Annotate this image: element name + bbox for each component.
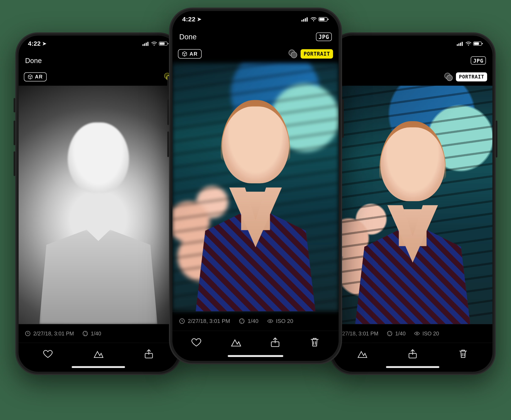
- metadata-row: 2/27/18, 3:01 PM 1/40 ISO 20: [333, 324, 493, 343]
- battery-icon: [319, 17, 329, 22]
- status-right: [457, 41, 483, 46]
- depth-toggle-icon[interactable]: [444, 72, 453, 82]
- meta-shutter: 1/40: [82, 330, 101, 337]
- photo-viewport[interactable]: [172, 63, 339, 311]
- tool-bar: AR: [19, 69, 178, 85]
- photo-subject: [196, 98, 315, 311]
- wifi-icon: [465, 41, 472, 46]
- meta-timestamp: 2/27/18, 3:01 PM: [179, 318, 230, 324]
- done-button[interactable]: Done: [179, 33, 196, 41]
- status-time: 4:22: [182, 16, 196, 23]
- location-icon: ➤: [197, 16, 202, 22]
- ar-label: AR: [35, 74, 43, 80]
- svg-point-20: [416, 333, 418, 334]
- meta-timestamp-value: 2/27/18, 3:01 PM: [338, 330, 378, 337]
- clock-icon: [179, 318, 185, 324]
- nav-bar: Done JPG: [172, 28, 339, 46]
- share-button[interactable]: [270, 337, 281, 348]
- phone-right: 4:22 Done JPG PORTRAIT: [330, 32, 496, 375]
- svg-point-15: [468, 45, 469, 46]
- home-indicator[interactable]: [72, 366, 125, 368]
- svg-rect-23: [303, 19, 304, 22]
- svg-rect-0: [143, 44, 144, 46]
- meta-timestamp: 2/27/18, 3:01 PM: [339, 330, 378, 337]
- photo-subject: [355, 119, 470, 324]
- eye-icon: [414, 330, 420, 337]
- status-right: [301, 17, 329, 22]
- favorite-button[interactable]: [42, 348, 53, 359]
- delete-button[interactable]: [309, 337, 320, 348]
- meta-shutter-value: 1/40: [395, 330, 406, 337]
- meta-timestamp-value: 2/27/18, 3:01 PM: [188, 318, 230, 324]
- depth-map-image: [19, 86, 178, 324]
- delete-button[interactable]: [458, 348, 468, 359]
- volume-up-button[interactable]: [167, 99, 169, 125]
- format-badge[interactable]: JPG: [471, 56, 486, 65]
- side-button[interactable]: [342, 99, 344, 138]
- svg-rect-29: [328, 19, 329, 20]
- nav-bar: Done JPG: [333, 52, 493, 69]
- adjust-button[interactable]: [93, 348, 104, 359]
- adjust-button[interactable]: [230, 337, 242, 348]
- adjust-button[interactable]: [357, 348, 368, 359]
- wifi-icon: [310, 17, 317, 22]
- nav-bar: Done JPG: [19, 52, 178, 69]
- notch: [379, 36, 446, 47]
- portrait-button[interactable]: PORTRAIT: [301, 49, 333, 59]
- svg-point-4: [154, 45, 155, 46]
- favorite-button[interactable]: [191, 337, 202, 348]
- notch: [220, 11, 291, 23]
- svg-rect-25: [307, 17, 308, 22]
- ar-button[interactable]: AR: [178, 49, 202, 59]
- volume-down-button[interactable]: [167, 131, 169, 157]
- share-button[interactable]: [407, 348, 418, 359]
- mute-switch[interactable]: [167, 76, 169, 91]
- svg-rect-2: [146, 43, 147, 46]
- status-right: [143, 41, 169, 46]
- cellular-icon: [143, 41, 150, 46]
- svg-rect-12: [458, 43, 459, 46]
- svg-rect-24: [305, 18, 306, 22]
- home-indicator[interactable]: [228, 355, 283, 357]
- done-button[interactable]: Done: [25, 56, 42, 65]
- svg-rect-1: [144, 43, 145, 46]
- meta-shutter: 1/40: [239, 318, 258, 324]
- meta-shutter-value: 1/40: [91, 330, 101, 337]
- cellular-icon: [301, 17, 308, 22]
- home-indicator[interactable]: [386, 366, 439, 368]
- photo-viewport[interactable]: [333, 86, 493, 324]
- format-badge[interactable]: JPG: [316, 33, 332, 41]
- metadata-row: 2/27/18, 3:01 PM 1/40 ISO 20: [172, 311, 339, 331]
- volume-down-button[interactable]: [14, 151, 15, 176]
- svg-point-32: [270, 320, 271, 322]
- meta-timestamp: 2/27/18, 3:01 PM: [25, 330, 74, 337]
- tool-bar: AR PORTRAIT: [172, 46, 339, 62]
- svg-rect-13: [460, 43, 461, 46]
- ar-cube-icon: [28, 74, 33, 80]
- aperture-icon: [82, 330, 88, 337]
- side-button[interactable]: [496, 120, 497, 158]
- tool-bar: PORTRAIT: [333, 69, 493, 85]
- meta-iso-value: ISO 20: [276, 318, 293, 324]
- portrait-button[interactable]: PORTRAIT: [456, 72, 487, 82]
- share-button[interactable]: [143, 348, 154, 359]
- phone-left: 4:22 ➤ Done JPG AR: [15, 32, 181, 375]
- meta-timestamp-value: 2/27/18, 3:01 PM: [33, 330, 74, 337]
- svg-rect-18: [482, 43, 483, 44]
- svg-point-26: [313, 20, 314, 21]
- svg-rect-7: [168, 43, 169, 44]
- volume-up-button[interactable]: [14, 120, 15, 145]
- photo-viewport[interactable]: [19, 86, 178, 324]
- meta-shutter: 1/40: [387, 330, 406, 337]
- ar-button[interactable]: AR: [24, 72, 46, 82]
- ar-label: AR: [189, 51, 198, 57]
- meta-iso-value: ISO 20: [422, 330, 439, 337]
- depth-toggle-icon[interactable]: [288, 49, 298, 59]
- svg-rect-17: [474, 43, 479, 45]
- svg-rect-28: [319, 18, 324, 21]
- mute-switch[interactable]: [14, 98, 15, 112]
- phone-middle: 4:22 ➤ Done JPG AR PORTRAIT: [169, 8, 342, 364]
- svg-rect-22: [301, 20, 302, 22]
- notch: [65, 36, 132, 47]
- clock-icon: [25, 330, 31, 337]
